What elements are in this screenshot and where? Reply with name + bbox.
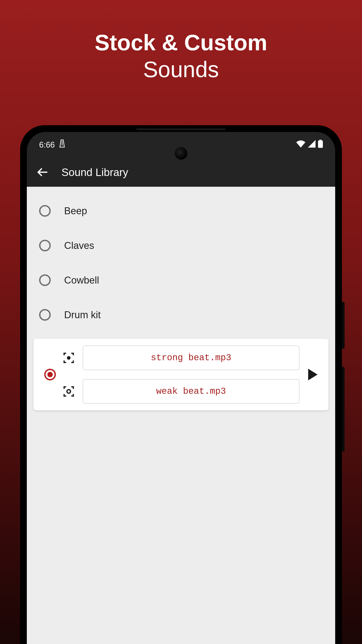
play-icon: [308, 369, 318, 380]
promo-title: Stock & Custom Sounds: [0, 0, 362, 83]
phone-side-button-2: [342, 367, 345, 452]
app-bar: Sound Library: [27, 158, 335, 187]
svg-rect-2: [319, 140, 322, 141]
wifi-icon: [296, 140, 306, 150]
arrow-left-icon: [37, 166, 48, 178]
svg-rect-1: [318, 141, 323, 148]
radio-unselected-icon: [39, 240, 51, 251]
promo-line-2: Sounds: [143, 57, 219, 82]
back-button[interactable]: [36, 166, 49, 179]
phone-speaker: [136, 128, 226, 130]
sound-option-claves[interactable]: Claves: [27, 228, 335, 263]
status-time: 6:66: [39, 140, 55, 150]
sound-label: Cowbell: [64, 274, 99, 286]
radio-selected-icon: [44, 369, 56, 380]
sound-option-drum-kit[interactable]: Drum kit: [27, 298, 335, 332]
content-area: Beep Claves Cowbell Drum kit: [27, 187, 335, 644]
sound-label: Drum kit: [64, 309, 101, 320]
sound-option-beep[interactable]: Beep: [27, 194, 335, 228]
file-chip-strong-beat[interactable]: strong beat.mp3: [83, 346, 300, 370]
signal-icon: [308, 140, 316, 150]
svg-point-5: [67, 390, 70, 393]
center-focus-weak-icon: [62, 385, 75, 398]
phone-frame: 6:66: [20, 125, 342, 644]
battery-icon: [318, 140, 323, 150]
phone-screen: 6:66: [27, 132, 335, 644]
play-button[interactable]: [306, 369, 320, 380]
custom-sound-card[interactable]: strong beat.mp3 weak beat.mp3: [33, 339, 329, 410]
promo-line-1: Stock & Custom: [95, 30, 267, 55]
file-chip-weak-beat[interactable]: weak beat.mp3: [83, 379, 300, 404]
metronome-icon: [59, 139, 65, 150]
radio-unselected-icon: [39, 309, 51, 321]
custom-file-row-strong: strong beat.mp3: [62, 346, 300, 370]
phone-camera: [175, 147, 187, 160]
radio-unselected-icon: [39, 205, 51, 217]
sound-label: Beep: [64, 205, 87, 216]
svg-point-4: [67, 356, 70, 360]
phone-side-button-1: [342, 302, 345, 349]
radio-unselected-icon: [39, 274, 51, 286]
custom-files-list: strong beat.mp3 weak beat.mp3: [62, 346, 300, 404]
center-focus-strong-icon: [62, 352, 75, 364]
page-title: Sound Library: [61, 166, 128, 178]
sound-label: Claves: [64, 240, 94, 251]
custom-file-row-weak: weak beat.mp3: [62, 379, 300, 404]
sound-option-cowbell[interactable]: Cowbell: [27, 263, 335, 298]
